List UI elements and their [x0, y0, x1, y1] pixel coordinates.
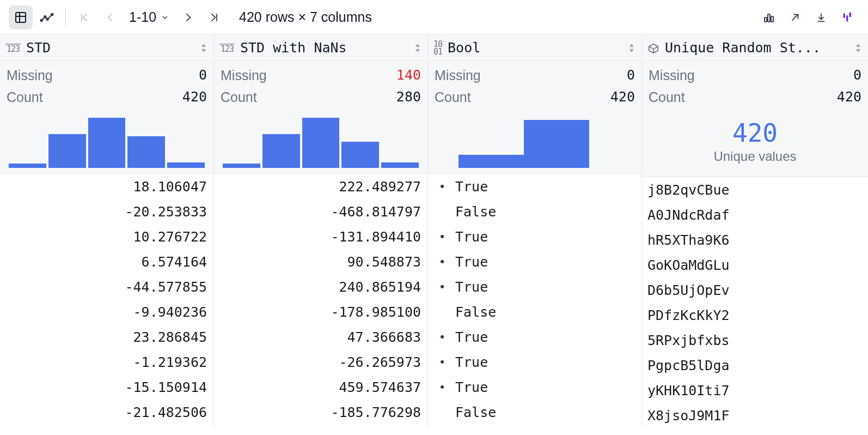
cell[interactable]: •True	[428, 349, 641, 374]
cell-value: True	[455, 329, 488, 345]
svg-rect-0	[16, 13, 26, 22]
cell[interactable]: yKHK10Iti7	[642, 378, 868, 403]
sort-icon[interactable]	[627, 43, 636, 53]
cell[interactable]: 18.106047	[0, 174, 213, 199]
cell[interactable]: -15.150914	[0, 374, 213, 400]
column-name: STD	[26, 40, 51, 56]
column-name: Unique Random St...	[665, 40, 821, 56]
cell[interactable]: GoKOaMdGLu	[642, 252, 868, 277]
count-label: Count	[649, 86, 685, 108]
column: Unique Random St...Missing0Count420420Un…	[642, 35, 868, 428]
count-value: 420	[837, 86, 861, 108]
column-header[interactable]: 1001Bool	[428, 35, 641, 61]
cell[interactable]: -9.940236	[0, 299, 213, 324]
histogram-bar	[9, 164, 46, 168]
column-stats: Missing0Count420	[428, 61, 641, 174]
cell[interactable]: 90.548873	[214, 249, 427, 274]
type-icon: 123	[5, 43, 21, 53]
first-page-button[interactable]	[72, 5, 96, 29]
missing-value: 0	[199, 64, 207, 86]
cell[interactable]: 459.574637	[214, 374, 427, 400]
histogram-button[interactable]	[757, 5, 781, 29]
column-stats: Missing0Count420	[0, 61, 213, 174]
cell[interactable]: •True	[428, 374, 641, 400]
open-external-button[interactable]	[783, 5, 807, 29]
cell[interactable]: -1.219362	[0, 349, 213, 374]
cell[interactable]: •True	[428, 249, 641, 274]
missing-label: Missing	[435, 64, 481, 86]
bool-bullet: •	[437, 255, 448, 269]
cell[interactable]: False	[428, 299, 641, 324]
type-icon: 1001	[433, 40, 442, 56]
cell[interactable]: 23.286845	[0, 324, 213, 349]
sort-icon[interactable]	[413, 43, 422, 53]
cell[interactable]: D6b5UjOpEv	[642, 277, 868, 303]
cell[interactable]: hR5XTha9K6	[642, 227, 868, 252]
bool-bullet: •	[437, 355, 448, 369]
svg-marker-20	[415, 44, 420, 47]
cell[interactable]: 240.865194	[214, 274, 427, 299]
cell[interactable]: -468.814797	[214, 199, 427, 224]
page-range-select[interactable]: 1-10	[125, 9, 174, 25]
cell[interactable]: 6.574164	[0, 249, 213, 274]
cell[interactable]: X8jsoJ9M1F	[642, 403, 868, 428]
prev-page-button[interactable]	[99, 5, 123, 29]
cell[interactable]: PDfzKcKkY2	[642, 303, 868, 328]
svg-point-4	[44, 16, 46, 17]
histogram-bar	[48, 134, 86, 168]
cell[interactable]: •True	[428, 224, 641, 249]
unique-label: Unique values	[713, 149, 796, 164]
cell-value: False	[455, 304, 496, 320]
cell[interactable]: j8B2qvCBue	[642, 177, 868, 202]
cell[interactable]: 5RPxjbfxbs	[642, 328, 868, 353]
cell[interactable]: -185.776298	[214, 400, 427, 425]
svg-rect-15	[843, 13, 845, 17]
cell[interactable]: -20.253833	[0, 199, 213, 224]
cell-value: True	[455, 229, 488, 245]
column-header[interactable]: 123STD	[0, 35, 213, 61]
histogram-bar	[302, 118, 340, 168]
missing-label: Missing	[221, 64, 267, 86]
cell[interactable]: -178.985100	[214, 299, 427, 324]
cell[interactable]: 47.366683	[214, 324, 427, 349]
cell[interactable]: 222.489277	[214, 174, 427, 199]
cell[interactable]: -131.894410	[214, 224, 427, 249]
cell[interactable]: PgpcB5lDga	[642, 353, 868, 378]
toolbar-separator	[65, 8, 66, 27]
cell[interactable]: A0JNdcRdaf	[642, 202, 868, 227]
column: 123STD with NaNsMissing140Count280222.48…	[214, 35, 428, 428]
column: 1001BoolMissing0Count420•TrueFalse•True•…	[428, 35, 642, 428]
histogram-bar	[223, 164, 260, 168]
count-value: 420	[182, 86, 207, 108]
cell[interactable]: False	[428, 400, 641, 425]
next-page-button[interactable]	[176, 5, 200, 29]
bool-bullet: •	[437, 180, 448, 194]
cell[interactable]: False	[428, 199, 641, 224]
sort-icon[interactable]	[854, 43, 863, 53]
cell[interactable]: -26.265973	[214, 349, 427, 374]
svg-marker-19	[201, 49, 206, 52]
table-view-button[interactable]	[9, 5, 33, 29]
count-label: Count	[435, 86, 471, 108]
cell[interactable]: •True	[428, 174, 641, 199]
last-page-button[interactable]	[202, 5, 226, 29]
column-header[interactable]: 123STD with NaNs	[214, 35, 427, 61]
svg-line-12	[792, 14, 798, 20]
column-cells: •TrueFalse•True•True•TrueFalse•True•True…	[428, 174, 641, 425]
cell[interactable]: 10.276722	[0, 224, 213, 249]
download-button[interactable]	[809, 5, 833, 29]
columns-config-button[interactable]	[835, 5, 859, 29]
column-cells: 18.106047-20.25383310.2767226.574164-44.…	[0, 174, 213, 425]
svg-marker-23	[629, 49, 634, 52]
svg-rect-11	[771, 16, 773, 22]
sort-icon[interactable]	[199, 43, 208, 53]
cell[interactable]: -44.577855	[0, 274, 213, 299]
histogram-bar	[341, 142, 379, 168]
histogram-bar	[127, 136, 165, 168]
cell[interactable]: -21.482506	[0, 400, 213, 425]
cell[interactable]: •True	[428, 324, 641, 349]
column-header[interactable]: Unique Random St...	[642, 35, 868, 61]
column: 123STDMissing0Count42018.106047-20.25383…	[0, 35, 214, 428]
chart-view-button[interactable]	[35, 5, 59, 29]
cell[interactable]: •True	[428, 274, 641, 299]
